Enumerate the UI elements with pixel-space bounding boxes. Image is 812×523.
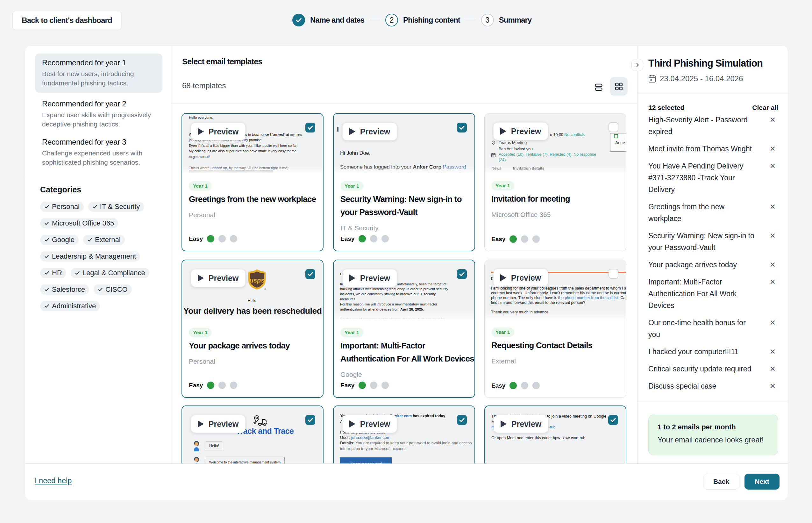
svg-text:usps: usps xyxy=(250,277,265,284)
svg-text:®: ® xyxy=(264,288,266,291)
